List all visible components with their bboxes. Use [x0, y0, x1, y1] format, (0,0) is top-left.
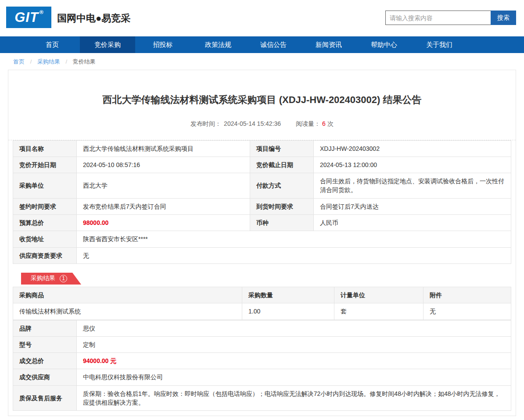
- nav-item-integrity[interactable]: 诚信公告: [246, 36, 301, 53]
- info-value: 发布竞价结果后7天内签订合同: [77, 198, 250, 214]
- search-input[interactable]: [385, 11, 491, 25]
- info-label: 项目编号: [250, 140, 314, 157]
- detail-label: 品牌: [13, 320, 77, 336]
- views-unit: 次: [327, 120, 334, 127]
- page-title: 西北大学传输线法材料测试系统采购项目 (XDJJ-HW-202403002) 结…: [26, 94, 498, 107]
- nav-item-news[interactable]: 新闻资讯: [301, 36, 356, 53]
- column-header: 采购商品: [13, 287, 242, 303]
- nav-item-about[interactable]: 关于我们: [412, 36, 467, 53]
- table-row: 质保及售后服务 质保期：验收合格后1年。响应时效：即时响应（包括电话响应）；电话…: [13, 385, 511, 411]
- table-row: 供应商资质要求 无: [13, 247, 511, 263]
- info-value: 合同签订后7天内送达: [314, 198, 511, 214]
- info-label: 收货地址: [13, 231, 77, 247]
- nav-item-help[interactable]: 帮助中心: [356, 36, 412, 53]
- info-label: 到货时间要求: [250, 198, 314, 214]
- deal-total-price: 94000.00 元: [77, 353, 511, 369]
- column-header: 计量单位: [334, 287, 424, 303]
- info-value: 西北大学传输线法材料测试系统采购项目: [77, 140, 250, 157]
- breadcrumb: 首页 / 采购结果 / 竞价结果: [0, 53, 524, 70]
- publish-time-value: 2024-05-14 15:42:36: [224, 120, 281, 127]
- article-meta: 发布时间：2024-05-14 15:42:36阅读量：6次: [8, 120, 516, 128]
- site-logo[interactable]: GIT®: [6, 7, 51, 28]
- product-quantity: 1.00: [242, 303, 334, 320]
- info-label: 采购单位: [13, 173, 77, 199]
- main-nav: 首页 竞价采购 招投标 政策法规 诚信公告 新闻资讯 帮助中心 关于我们: [0, 36, 524, 53]
- search-box: 搜索: [385, 11, 516, 25]
- deal-supplier: 中电科思仪科技股份有限公司: [77, 369, 511, 385]
- info-label: 付款方式: [250, 173, 314, 199]
- project-info-table: 项目名称 西北大学传输线法材料测试系统采购项目 项目编号 XDJJ-HW-202…: [13, 140, 511, 264]
- table-row: 成交总价 94000.00 元: [13, 353, 511, 369]
- info-value: 2024-05-10 08:57:16: [77, 157, 250, 173]
- views-label: 阅读量：: [296, 120, 320, 127]
- result-product-table: 采购商品 采购数量 计量单位 附件 传输线法材料测试系统 1.00 套 无: [13, 287, 511, 320]
- info-value: 合同生效后，待货物到达指定地点、安装调试验收合格后，一次性付清合同货款。: [314, 173, 511, 199]
- publish-time-label: 发布时间：: [190, 120, 221, 127]
- search-button[interactable]: 搜索: [491, 11, 516, 25]
- announcement-card: 西北大学传输线法材料测试系统采购项目 (XDJJ-HW-202403002) 结…: [8, 70, 516, 416]
- product-attachment: 无: [424, 303, 511, 320]
- detail-label: 型号: [13, 336, 77, 352]
- info-label: 竞价开始日期: [13, 157, 77, 173]
- table-row: 竞价开始日期 2024-05-10 08:57:16 竞价截止日期 2024-0…: [13, 157, 511, 173]
- product-name: 传输线法材料测试系统: [13, 303, 242, 320]
- info-value: 人民币: [314, 215, 511, 231]
- result-badge: 采购结果 1: [21, 273, 81, 285]
- breadcrumb-separator: /: [30, 58, 32, 65]
- table-row: 收货地址 陕西省西安市长安区****: [13, 231, 511, 247]
- site-title: 国网中电●易竞采: [57, 12, 130, 25]
- info-value: 无: [77, 247, 511, 263]
- detail-value: 思仪: [77, 320, 511, 336]
- detail-label: 成交总价: [13, 353, 77, 369]
- info-label: 竞价截止日期: [250, 157, 314, 173]
- budget-total-price: 98000.00: [77, 215, 250, 231]
- result-badge-label: 采购结果: [31, 274, 55, 282]
- table-header-row: 采购商品 采购数量 计量单位 附件: [13, 287, 511, 303]
- table-row: 传输线法材料测试系统 1.00 套 无: [13, 303, 511, 320]
- info-label: 供应商资质要求: [13, 247, 77, 263]
- info-label: 币种: [250, 215, 314, 231]
- info-value: XDJJ-HW-202403002: [314, 140, 511, 157]
- info-value: 西北大学: [77, 173, 250, 199]
- result-badge-row: 采购结果 1: [21, 273, 516, 285]
- views-count: 6: [322, 120, 326, 127]
- logo-text: GIT: [14, 10, 39, 25]
- warranty-service: 质保期：验收合格后1年。响应时效：即时响应（包括电话响应）；电话响应无法解决72…: [77, 385, 511, 411]
- nav-item-tender[interactable]: 招投标: [135, 36, 190, 53]
- column-header: 附件: [424, 287, 511, 303]
- breadcrumb-section[interactable]: 采购结果: [37, 58, 60, 65]
- table-row: 项目名称 西北大学传输线法材料测试系统采购项目 项目编号 XDJJ-HW-202…: [13, 140, 511, 157]
- product-unit: 套: [334, 303, 424, 320]
- info-label: 项目名称: [13, 140, 77, 157]
- nav-item-bidding-purchase[interactable]: 竞价采购: [80, 36, 135, 53]
- detail-label: 质保及售后服务: [13, 385, 77, 411]
- result-badge-number: 1: [60, 275, 67, 282]
- registered-trademark-icon: ®: [39, 9, 44, 15]
- result-detail-table: 品牌 思仪 型号 定制 成交总价 94000.00 元 成交供应商 中电科思仪科…: [13, 320, 511, 411]
- breadcrumb-current: 竞价结果: [73, 58, 96, 65]
- breadcrumb-separator: /: [66, 58, 68, 65]
- info-label: 签约时间要求: [13, 198, 77, 214]
- table-row: 品牌 思仪: [13, 320, 511, 336]
- info-value: 2024-05-13 12:00:00: [314, 157, 511, 173]
- info-label: 预算总价: [13, 215, 77, 231]
- table-row: 型号 定制: [13, 336, 511, 352]
- breadcrumb-home[interactable]: 首页: [13, 58, 25, 65]
- table-row: 采购单位 西北大学 付款方式 合同生效后，待货物到达指定地点、安装调试验收合格后…: [13, 173, 511, 199]
- detail-label: 成交供应商: [13, 369, 77, 385]
- table-row: 成交供应商 中电科思仪科技股份有限公司: [13, 369, 511, 385]
- nav-item-policy[interactable]: 政策法规: [190, 36, 246, 53]
- detail-value: 定制: [77, 336, 511, 352]
- nav-item-home[interactable]: 首页: [25, 36, 80, 53]
- table-row: 签约时间要求 发布竞价结果后7天内签订合同 到货时间要求 合同签订后7天内送达: [13, 198, 511, 214]
- table-row: 预算总价 98000.00 币种 人民币: [13, 215, 511, 231]
- column-header: 采购数量: [242, 287, 334, 303]
- site-header: GIT® 国网中电●易竞采 搜索: [0, 0, 524, 36]
- info-value: 陕西省西安市长安区****: [77, 231, 511, 247]
